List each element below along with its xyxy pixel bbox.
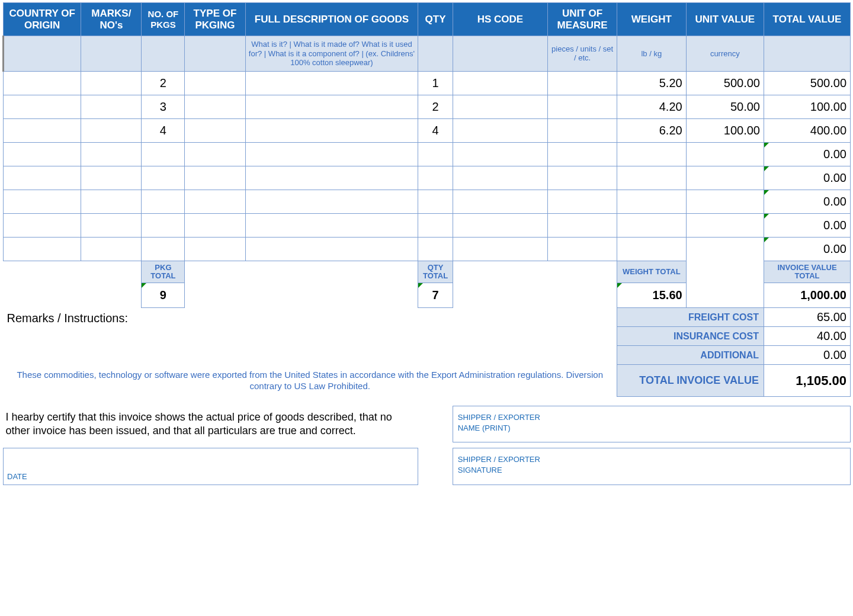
hint-uom: pieces / units / set / etc. — [548, 36, 617, 72]
col-country: COUNTRY OF ORIGIN — [4, 3, 81, 36]
invoice-total-label: INVOICE VALUE TOTAL — [764, 261, 850, 283]
weight-total-label: WEIGHT TOTAL — [617, 261, 686, 283]
invoice-table: COUNTRY OF ORIGIN MARKS/ NO's NO. OF PKG… — [2, 2, 851, 485]
col-qty: QTY — [418, 3, 453, 36]
table-row: 0.00 — [4, 213, 851, 237]
qty-total-label: QTY TOTAL — [418, 261, 453, 283]
col-unitval: UNIT VALUE — [686, 3, 764, 36]
cell-totalval[interactable]: 500.00 — [764, 71, 850, 95]
cell-weight[interactable]: 5.20 — [617, 71, 686, 95]
col-totalval: TOTAL VALUE — [764, 3, 850, 36]
table-row: 0.00 — [4, 190, 851, 213]
table-row: 2 1 5.20 500.00 500.00 — [4, 71, 851, 95]
remarks-label: Remarks / Instructions: — [4, 308, 617, 365]
qty-total: 7 — [418, 283, 453, 308]
freight-label: FREIGHT COST — [617, 308, 764, 327]
col-marks: MARKS/ NO's — [81, 3, 142, 36]
hint-unitval: currency — [686, 36, 764, 72]
table-row: 0.00 — [4, 142, 851, 166]
shipper-signature-box[interactable]: SHIPPER / EXPORTER SIGNATURE — [453, 448, 850, 485]
date-box[interactable]: DATE — [4, 448, 418, 485]
cell-pkgs[interactable]: 2 — [142, 71, 185, 95]
hint-row: What is it? | What is it made of? What i… — [4, 36, 851, 72]
col-pkgs: NO. OF PKGS — [142, 3, 185, 36]
invoice-total: 1,000.00 — [764, 283, 850, 308]
freight-value[interactable]: 65.00 — [764, 308, 850, 327]
col-uom: UNIT OF MEASURE — [548, 3, 617, 36]
additional-value[interactable]: 0.00 — [764, 346, 850, 365]
export-notice: These commodities, technology or softwar… — [4, 365, 617, 397]
pkg-total-label: PKG TOTAL — [142, 261, 185, 283]
cell-unitval[interactable]: 500.00 — [686, 71, 764, 95]
table-row: 0.00 — [4, 237, 851, 261]
col-desc: FULL DESCRIPTION OF GOODS — [245, 3, 418, 36]
shipper-name-box[interactable]: SHIPPER / EXPORTER NAME (PRINT) — [453, 406, 850, 442]
cell-qty[interactable]: 1 — [418, 71, 453, 95]
certification-text: I hearby certify that this invoice shows… — [4, 406, 418, 442]
table-row: 0.00 — [4, 166, 851, 190]
table-row: 4 4 6.20 100.00 400.00 — [4, 118, 851, 142]
table-row: 3 2 4.20 50.00 100.00 — [4, 95, 851, 118]
total-invoice-label: TOTAL INVOICE VALUE — [617, 365, 764, 397]
col-hs: HS CODE — [453, 3, 548, 36]
additional-label: ADDITIONAL — [617, 346, 764, 365]
hint-weight: lb / kg — [617, 36, 686, 72]
col-pkging: TYPE OF PKGING — [185, 3, 245, 36]
col-weight: WEIGHT — [617, 3, 686, 36]
header-row: COUNTRY OF ORIGIN MARKS/ NO's NO. OF PKG… — [4, 3, 851, 36]
weight-total: 15.60 — [617, 283, 686, 308]
insurance-label: INSURANCE COST — [617, 327, 764, 346]
hint-desc: What is it? | What is it made of? What i… — [245, 36, 418, 72]
pkg-total: 9 — [142, 283, 185, 308]
total-invoice-value: 1,105.00 — [764, 365, 850, 397]
insurance-value[interactable]: 40.00 — [764, 327, 850, 346]
